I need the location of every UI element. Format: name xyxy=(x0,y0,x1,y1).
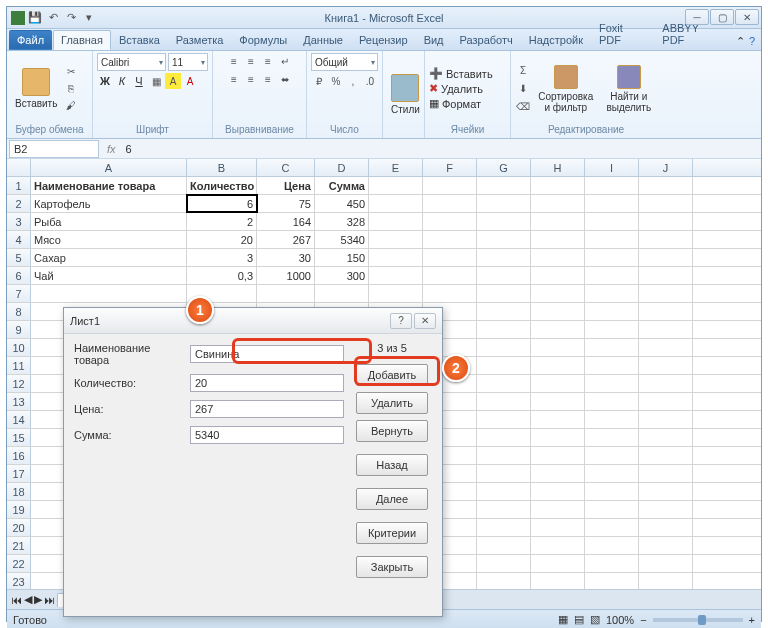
align-top[interactable]: ≡ xyxy=(226,53,242,69)
cell-J5[interactable] xyxy=(639,249,693,266)
cell-I21[interactable] xyxy=(585,537,639,554)
tab-разработч[interactable]: Разработч xyxy=(452,30,521,50)
dialog-вернуть-button[interactable]: Вернуть xyxy=(356,420,428,442)
cell-G21[interactable] xyxy=(477,537,531,554)
row-header-1[interactable]: 1 xyxy=(7,177,31,194)
cell-I7[interactable] xyxy=(585,285,639,302)
cell-E1[interactable] xyxy=(369,177,423,194)
font-size-combo[interactable]: 11 xyxy=(168,53,208,71)
comma-button[interactable]: , xyxy=(345,73,361,89)
row-header-7[interactable]: 7 xyxy=(7,285,31,302)
zoom-out[interactable]: − xyxy=(640,614,646,626)
col-header-B[interactable]: B xyxy=(187,159,257,176)
cell-H13[interactable] xyxy=(531,393,585,410)
field-name-input[interactable] xyxy=(190,345,344,363)
cell-J17[interactable] xyxy=(639,465,693,482)
cell-C5[interactable]: 30 xyxy=(257,249,315,266)
row-header-17[interactable]: 17 xyxy=(7,465,31,482)
bold-button[interactable]: Ж xyxy=(97,73,113,89)
qat-more[interactable]: ▾ xyxy=(81,10,97,26)
format-painter-button[interactable]: 🖌 xyxy=(63,98,79,114)
cell-G5[interactable] xyxy=(477,249,531,266)
col-header-C[interactable]: C xyxy=(257,159,315,176)
cell-A2[interactable]: Картофель xyxy=(31,195,187,212)
dialog-help-button[interactable]: ? xyxy=(390,313,412,329)
cell-E4[interactable] xyxy=(369,231,423,248)
cell-G11[interactable] xyxy=(477,357,531,374)
tab-вставка[interactable]: Вставка xyxy=(111,30,168,50)
sheet-nav-next[interactable]: ▶ xyxy=(34,593,42,606)
cell-H18[interactable] xyxy=(531,483,585,500)
select-all-corner[interactable] xyxy=(7,159,31,176)
cell-E3[interactable] xyxy=(369,213,423,230)
dialog-удалить-button[interactable]: Удалить xyxy=(356,392,428,414)
fill-color-button[interactable]: A xyxy=(165,73,181,89)
name-box[interactable]: B2 xyxy=(9,140,99,158)
cell-I22[interactable] xyxy=(585,555,639,572)
cell-J19[interactable] xyxy=(639,501,693,518)
cell-J7[interactable] xyxy=(639,285,693,302)
cell-D7[interactable] xyxy=(315,285,369,302)
dialog-добавить-button[interactable]: Добавить xyxy=(356,364,428,386)
row-header-4[interactable]: 4 xyxy=(7,231,31,248)
tab-foxit pdf[interactable]: Foxit PDF xyxy=(591,18,654,50)
cell-I13[interactable] xyxy=(585,393,639,410)
cell-A7[interactable] xyxy=(31,285,187,302)
field-price-input[interactable] xyxy=(190,400,344,418)
cell-A5[interactable]: Сахар xyxy=(31,249,187,266)
cell-I20[interactable] xyxy=(585,519,639,536)
zoom-slider[interactable] xyxy=(653,618,743,622)
row-header-21[interactable]: 21 xyxy=(7,537,31,554)
cell-H9[interactable] xyxy=(531,321,585,338)
currency-button[interactable]: ₽ xyxy=(311,73,327,89)
maximize-button[interactable]: ▢ xyxy=(710,9,734,25)
cell-J4[interactable] xyxy=(639,231,693,248)
cell-I5[interactable] xyxy=(585,249,639,266)
view-layout[interactable]: ▤ xyxy=(574,613,584,626)
cell-H5[interactable] xyxy=(531,249,585,266)
cell-G22[interactable] xyxy=(477,555,531,572)
tab-рецензир[interactable]: Рецензир xyxy=(351,30,416,50)
cell-I11[interactable] xyxy=(585,357,639,374)
row-header-10[interactable]: 10 xyxy=(7,339,31,356)
sheet-nav-prev[interactable]: ◀ xyxy=(24,593,32,606)
cell-H16[interactable] xyxy=(531,447,585,464)
row-header-23[interactable]: 23 xyxy=(7,573,31,589)
cell-I12[interactable] xyxy=(585,375,639,392)
dialog-close-button[interactable]: ✕ xyxy=(414,313,436,329)
cell-I19[interactable] xyxy=(585,501,639,518)
cell-F7[interactable] xyxy=(423,285,477,302)
row-header-16[interactable]: 16 xyxy=(7,447,31,464)
cell-J2[interactable] xyxy=(639,195,693,212)
cell-I17[interactable] xyxy=(585,465,639,482)
row-header-22[interactable]: 22 xyxy=(7,555,31,572)
cell-B2[interactable]: 6 xyxy=(187,195,257,212)
cell-E6[interactable] xyxy=(369,267,423,284)
row-header-9[interactable]: 9 xyxy=(7,321,31,338)
dialog-закрыть-button[interactable]: Закрыть xyxy=(356,556,428,578)
cell-J14[interactable] xyxy=(639,411,693,428)
cell-G23[interactable] xyxy=(477,573,531,589)
tab-главная[interactable]: Главная xyxy=(53,30,111,50)
cell-I16[interactable] xyxy=(585,447,639,464)
cell-J22[interactable] xyxy=(639,555,693,572)
tab-file[interactable]: Файл xyxy=(9,30,52,50)
cell-H11[interactable] xyxy=(531,357,585,374)
cell-G9[interactable] xyxy=(477,321,531,338)
ribbon-min-icon[interactable]: ⌃ xyxy=(736,35,745,48)
cell-I2[interactable] xyxy=(585,195,639,212)
cell-A1[interactable]: Наименование товара xyxy=(31,177,187,194)
cell-G17[interactable] xyxy=(477,465,531,482)
cell-J18[interactable] xyxy=(639,483,693,500)
number-format-combo[interactable]: Общий xyxy=(311,53,378,71)
cell-G15[interactable] xyxy=(477,429,531,446)
cell-I18[interactable] xyxy=(585,483,639,500)
percent-button[interactable]: % xyxy=(328,73,344,89)
cell-I4[interactable] xyxy=(585,231,639,248)
align-left[interactable]: ≡ xyxy=(226,71,242,87)
underline-button[interactable]: Ч xyxy=(131,73,147,89)
cell-H21[interactable] xyxy=(531,537,585,554)
cell-D6[interactable]: 300 xyxy=(315,267,369,284)
col-header-J[interactable]: J xyxy=(639,159,693,176)
cell-G4[interactable] xyxy=(477,231,531,248)
